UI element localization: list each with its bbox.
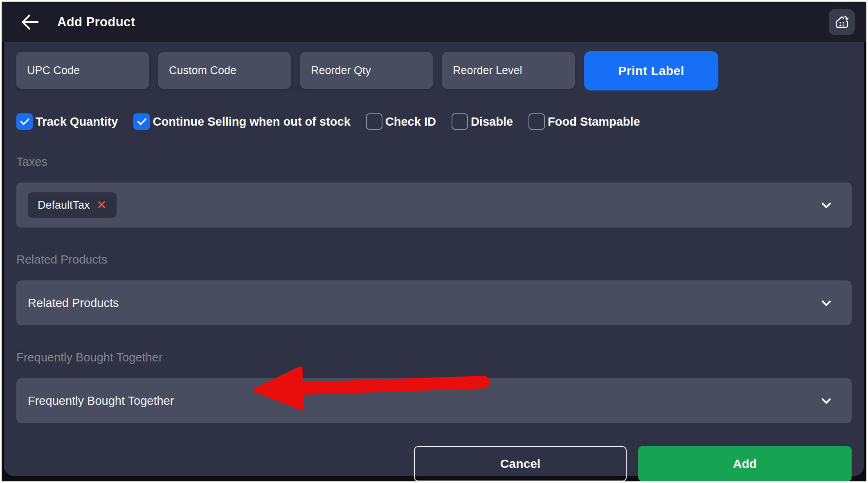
back-button[interactable] xyxy=(19,11,42,34)
options-row: Track Quantity Continue Selling when out… xyxy=(16,113,852,130)
checkbox-label: Track Quantity xyxy=(36,115,118,129)
home-icon xyxy=(833,14,850,31)
checkbox-icon xyxy=(133,113,150,130)
taxes-section-label: Taxes xyxy=(16,155,852,169)
related-products-dropdown[interactable]: Related Products xyxy=(16,280,852,325)
check-id-checkbox[interactable]: Check ID xyxy=(366,113,436,130)
reorder-qty-placeholder: Reorder Qty xyxy=(311,64,371,77)
upc-code-input[interactable]: UPC Code xyxy=(16,52,149,89)
track-quantity-checkbox[interactable]: Track Quantity xyxy=(16,113,118,130)
taxes-dropdown[interactable]: DefaultTax ✕ xyxy=(16,183,852,228)
checkbox-label: Continue Selling when out of stock xyxy=(153,115,350,129)
home-button[interactable] xyxy=(829,9,855,35)
custom-code-placeholder: Custom Code xyxy=(169,64,236,77)
page-title: Add Product xyxy=(57,15,135,29)
related-products-value: Related Products xyxy=(28,296,119,310)
checkbox-label: Disable xyxy=(471,115,513,129)
form-panel: UPC Code Custom Code Reorder Qty Reorder… xyxy=(4,42,864,476)
food-stampable-checkbox[interactable]: Food Stampable xyxy=(528,113,640,130)
print-label-button[interactable]: Print Label xyxy=(584,51,718,90)
chevron-down-icon xyxy=(819,296,834,310)
custom-code-input[interactable]: Custom Code xyxy=(158,52,291,89)
frequently-bought-together-value: Frequently Bought Together xyxy=(28,394,174,408)
checkbox-icon xyxy=(528,113,545,130)
checkbox-icon xyxy=(452,113,468,130)
header: Add Product xyxy=(2,2,866,42)
chevron-down-icon xyxy=(819,198,834,212)
cancel-button[interactable]: Cancel xyxy=(414,446,627,481)
add-product-screen: Add Product UPC Code xyxy=(0,0,868,483)
chip-label: DefaultTax xyxy=(38,199,90,212)
arrow-left-icon xyxy=(20,11,41,33)
form-actions: Cancel Add xyxy=(16,446,852,481)
remove-tax-icon[interactable]: ✕ xyxy=(97,199,107,211)
default-tax-chip: DefaultTax ✕ xyxy=(28,192,117,218)
add-button[interactable]: Add xyxy=(638,446,852,481)
disable-checkbox[interactable]: Disable xyxy=(452,113,513,130)
chevron-down-icon xyxy=(819,393,834,408)
checkbox-icon xyxy=(366,113,382,130)
upc-code-placeholder: UPC Code xyxy=(27,64,80,77)
reorder-level-input[interactable]: Reorder Level xyxy=(442,52,575,89)
frequently-bought-together-dropdown[interactable]: Frequently Bought Together xyxy=(16,378,852,423)
code-fields-row: UPC Code Custom Code Reorder Qty Reorder… xyxy=(16,52,852,90)
checkbox-icon xyxy=(16,113,33,130)
continue-selling-checkbox[interactable]: Continue Selling when out of stock xyxy=(133,113,350,130)
reorder-qty-input[interactable]: Reorder Qty xyxy=(300,52,433,89)
reorder-level-placeholder: Reorder Level xyxy=(453,64,522,77)
frequently-bought-together-section-label: Frequently Bought Together xyxy=(16,351,852,364)
related-products-section-label: Related Products xyxy=(16,253,852,266)
checkbox-label: Check ID xyxy=(385,115,436,129)
checkbox-label: Food Stampable xyxy=(548,115,640,129)
